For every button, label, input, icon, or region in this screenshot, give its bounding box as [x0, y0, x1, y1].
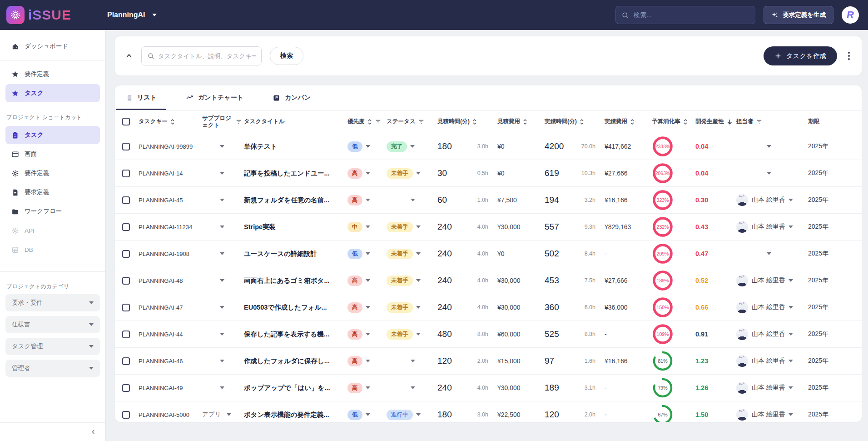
table-row[interactable]: PLANNINGAI-45 新規フォルダを任意の名前... 高 60 1.0h … [115, 187, 862, 214]
arrow-down-icon[interactable] [726, 118, 733, 125]
assignee-cell[interactable] [736, 145, 808, 148]
table-row[interactable]: PLANNINGAI-49 ポップアップで「はい」を... 高 240 4.0h… [115, 375, 862, 401]
table-row[interactable]: PLANNINGAI-44 保存した記事を表示する機... 高 未着手 480 … [115, 321, 862, 348]
chevron-down-icon[interactable] [416, 333, 421, 336]
assignee-cell[interactable]: 山本 絵里香 [736, 409, 808, 421]
chevron-down-icon[interactable] [416, 226, 421, 228]
chevron-down-icon[interactable] [366, 306, 370, 309]
chevron-down-icon[interactable] [789, 360, 793, 362]
table-row[interactable]: PLANNINGAI-5000 アプリ ボタン表示機能の要件定義... 低 進行… [115, 401, 862, 422]
tab-リスト[interactable]: リスト [116, 85, 166, 110]
tab-ガントチャート[interactable]: ガントチャート [177, 85, 253, 110]
chevron-down-icon[interactable] [220, 360, 224, 362]
estimated-minutes[interactable]: 30 [437, 168, 447, 178]
chevron-down-icon[interactable] [220, 172, 224, 175]
estimated-minutes[interactable]: 240 [437, 249, 452, 259]
chevron-down-icon[interactable] [767, 252, 771, 255]
assignee-cell[interactable] [736, 172, 808, 175]
table-row[interactable]: PLANNINGAI-99899 単体テスト 低 完了 180 3.0h ¥0 … [115, 133, 862, 160]
estimated-minutes[interactable]: 480 [437, 329, 452, 339]
sidebar-item-要件定義[interactable]: 要件定義 [5, 164, 100, 182]
chevron-down-icon[interactable] [416, 413, 421, 416]
task-title[interactable]: 新規フォルダを任意の名前... [244, 196, 347, 205]
assignee-cell[interactable]: 山本 絵里香 [736, 221, 808, 233]
chevron-down-icon[interactable] [366, 360, 370, 362]
assignee-cell[interactable]: 山本 絵里香 [736, 275, 808, 286]
search-button[interactable]: 検索 [270, 47, 303, 65]
chevron-down-icon[interactable] [789, 226, 793, 228]
chevron-down-icon[interactable] [366, 333, 370, 336]
row-checkbox[interactable] [122, 196, 130, 204]
sidebar-item-画面[interactable]: 画面 [5, 145, 100, 163]
sort-icon[interactable] [367, 119, 372, 125]
more-options-icon[interactable] [846, 50, 852, 62]
task-title[interactable]: 作成したフォルダに保存し... [244, 357, 347, 366]
sidebar-item-要求定義[interactable]: 要求定義 [5, 183, 100, 201]
table-row[interactable]: PLANNINGAI-1908 ユースケースの詳細設計 低 未着手 240 4.… [115, 241, 862, 267]
task-title[interactable]: ユースケースの詳細設計 [244, 250, 347, 258]
sort-icon[interactable] [579, 119, 585, 125]
chevron-down-icon[interactable] [789, 413, 793, 416]
filter-icon[interactable] [235, 119, 242, 125]
estimated-minutes[interactable]: 240 [437, 302, 452, 312]
table-row[interactable]: PLANNINGAI-47 EU0503で作成したフォル... 高 未着手 24… [115, 294, 862, 321]
project-selector[interactable]: PlanningAI [107, 11, 157, 19]
chevron-down-icon[interactable] [220, 333, 224, 336]
row-checkbox[interactable] [122, 357, 130, 365]
sidebar-item-タスク[interactable]: タスク [5, 126, 100, 144]
task-title[interactable]: EU0503で作成したフォル... [244, 303, 347, 312]
chevron-down-icon[interactable] [416, 306, 421, 309]
chevron-down-icon[interactable] [767, 172, 771, 175]
task-title[interactable]: 記事を投稿したエンドユー... [244, 169, 347, 178]
sort-icon[interactable] [630, 119, 635, 125]
chevron-down-icon[interactable] [789, 199, 793, 201]
sidebar-item-ワークフロー[interactable]: ワークフロー [5, 202, 100, 220]
estimated-minutes[interactable]: 240 [437, 383, 452, 393]
sort-icon[interactable] [472, 119, 477, 125]
assignee-cell[interactable] [736, 252, 808, 255]
sidebar-item-ダッシュボード[interactable]: ダッシュボード [5, 37, 100, 55]
task-title[interactable]: ポップアップで「はい」を... [244, 384, 347, 392]
filter-icon[interactable] [375, 119, 382, 125]
chevron-down-icon[interactable] [410, 145, 415, 148]
chevron-down-icon[interactable] [411, 199, 415, 201]
chevron-down-icon[interactable] [366, 226, 370, 228]
task-title[interactable]: 画面右上にあるゴミ箱ボタ... [244, 276, 347, 285]
assignee-cell[interactable]: 山本 絵里香 [736, 194, 808, 206]
assignee-cell[interactable]: 山本 絵里香 [736, 328, 808, 340]
estimated-minutes[interactable]: 120 [437, 356, 452, 366]
global-search-input[interactable] [634, 11, 749, 19]
chevron-down-icon[interactable] [789, 386, 793, 389]
chevron-down-icon[interactable] [366, 172, 370, 175]
chevron-down-icon[interactable] [789, 306, 793, 309]
chevron-down-icon[interactable] [220, 279, 224, 282]
filter-icon[interactable] [756, 119, 763, 125]
row-checkbox[interactable] [122, 411, 130, 419]
sidebar-item-API[interactable]: API [5, 221, 100, 240]
chevron-down-icon[interactable] [411, 386, 415, 389]
row-checkbox[interactable] [122, 170, 130, 177]
chevron-down-icon[interactable] [411, 360, 415, 362]
chevron-down-icon[interactable] [366, 145, 370, 148]
estimated-minutes[interactable]: 180 [437, 141, 452, 151]
generate-requirements-button[interactable]: 要求定義を生成 [764, 6, 833, 24]
user-avatar[interactable]: R [842, 6, 859, 24]
table-row[interactable]: PLANNINGAI-11234 Stripe実装 中 未着手 240 4.0h… [115, 214, 862, 241]
task-title[interactable]: ボタン表示機能の要件定義... [244, 411, 347, 419]
task-title[interactable]: Stripe実装 [244, 223, 347, 231]
category-dropdown-仕様書[interactable]: 仕様書 [5, 316, 100, 333]
tab-カンバン[interactable]: カンバン [263, 85, 320, 110]
chevron-down-icon[interactable] [366, 199, 370, 201]
create-task-button[interactable]: タスクを作成 [764, 46, 837, 65]
chevron-down-icon[interactable] [366, 413, 370, 416]
sidebar-item-要件定義[interactable]: 要件定義 [5, 65, 100, 83]
sort-icon[interactable] [170, 119, 175, 125]
estimated-minutes[interactable]: 240 [437, 276, 452, 286]
chevron-down-icon[interactable] [789, 333, 793, 336]
chevron-down-icon[interactable] [789, 279, 793, 282]
chevron-down-icon[interactable] [416, 252, 421, 255]
task-search-input[interactable] [158, 53, 256, 60]
sidebar-collapse-button[interactable] [90, 428, 97, 436]
row-checkbox[interactable] [122, 250, 130, 258]
row-checkbox[interactable] [122, 331, 130, 338]
